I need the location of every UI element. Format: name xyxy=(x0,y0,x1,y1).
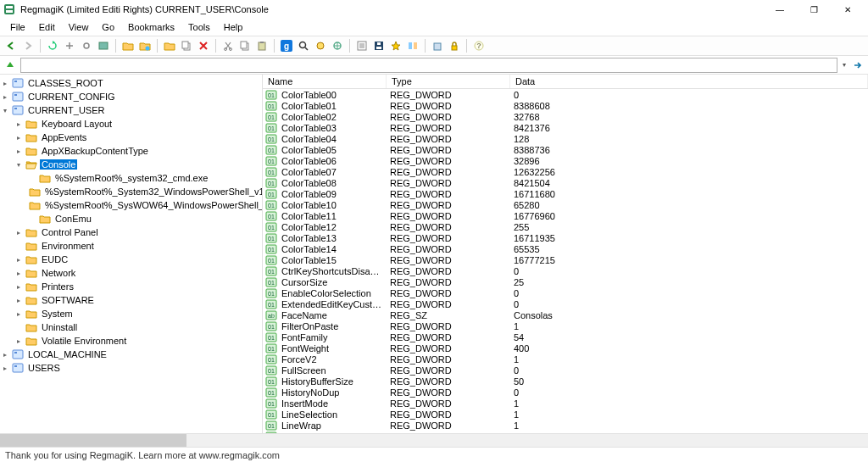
tree-node[interactable]: ▸Volatile Environment xyxy=(14,334,262,348)
expand-icon[interactable]: ▸ xyxy=(0,78,10,88)
tree-node[interactable]: ▸System xyxy=(14,307,262,320)
horizontal-scrollbar[interactable] xyxy=(0,433,868,447)
expand-icon[interactable]: ▸ xyxy=(14,132,24,142)
expand-icon[interactable]: ▸ xyxy=(14,336,24,346)
search-web-button[interactable]: g xyxy=(279,38,294,53)
value-row[interactable]: 01LineSelectionREG_DWORD1 xyxy=(263,409,868,420)
value-row[interactable]: 01ColorTable00REG_DWORD0 xyxy=(263,89,868,100)
expand-icon[interactable]: ▸ xyxy=(14,295,24,305)
expand-icon[interactable]: ▸ xyxy=(0,349,10,359)
value-row[interactable]: 01HistoryNoDupREG_DWORD0 xyxy=(263,387,868,398)
tree-node-label[interactable]: CURRENT_CONFIG xyxy=(26,92,117,102)
export2-button[interactable] xyxy=(354,38,370,53)
copy2-button[interactable] xyxy=(237,38,253,53)
value-row[interactable]: 01ColorTable12REG_DWORD255 xyxy=(263,221,868,232)
tree-node-label[interactable]: Uninstall xyxy=(40,322,79,332)
tree-node[interactable]: Environment xyxy=(14,239,262,253)
value-row[interactable]: 01ColorTable02REG_DWORD32768 xyxy=(263,111,868,122)
settings-button[interactable] xyxy=(79,38,94,53)
value-row[interactable]: 01InsertModeREG_DWORD1 xyxy=(263,398,868,409)
forward-button[interactable] xyxy=(20,38,36,53)
value-row[interactable]: 01HistoryBufferSizeREG_DWORD50 xyxy=(263,376,868,387)
value-row[interactable]: 01ColorTable10REG_DWORD65280 xyxy=(263,199,868,210)
column-name[interactable]: Name xyxy=(263,75,387,88)
menu-bookmarks[interactable]: Bookmarks xyxy=(121,20,181,34)
tree-node-label[interactable]: CURRENT_USER xyxy=(26,105,106,115)
tree-node[interactable]: ▾CURRENT_USER xyxy=(0,103,262,117)
column-data[interactable]: Data xyxy=(510,75,868,88)
tree-node-label[interactable]: Printers xyxy=(40,281,75,292)
tree-node-label[interactable]: Console xyxy=(40,159,77,170)
expand-icon[interactable]: ▸ xyxy=(14,254,24,264)
value-row[interactable]: 01ColorTable13REG_DWORD16711935 xyxy=(263,232,868,243)
expand-icon[interactable]: ▸ xyxy=(14,146,24,156)
tree-node[interactable]: ConEmu xyxy=(27,212,262,225)
value-row[interactable]: 01ForceV2REG_DWORD1 xyxy=(263,353,868,365)
tree-node-label[interactable]: Volatile Environment xyxy=(40,336,128,346)
refresh-button[interactable] xyxy=(45,38,60,53)
value-row[interactable]: abFaceNameREG_SZConsolas xyxy=(263,309,868,320)
value-row[interactable]: 01ColorTable09REG_DWORD16711680 xyxy=(263,188,868,199)
menu-edit[interactable]: Edit xyxy=(32,20,62,34)
tree-node[interactable]: ▸CURRENT_CONFIG xyxy=(0,90,262,103)
expand-icon[interactable]: ▸ xyxy=(14,119,24,129)
value-row[interactable]: 01FontFamilyREG_DWORD54 xyxy=(263,331,868,342)
expand-icon[interactable]: ▸ xyxy=(14,309,24,319)
tree-node[interactable]: ▸SOFTWARE xyxy=(14,293,262,307)
menu-tools[interactable]: Tools xyxy=(181,20,217,34)
tree-node-label[interactable]: System xyxy=(40,309,75,319)
up-button[interactable] xyxy=(3,58,17,72)
expand-icon[interactable]: ▸ xyxy=(14,268,24,278)
tree-node-label[interactable]: SOFTWARE xyxy=(40,295,96,305)
expand-icon[interactable]: ▸ xyxy=(0,92,10,102)
registry-tree[interactable]: ▸CLASSES_ROOT▸CURRENT_CONFIG▾CURRENT_USE… xyxy=(0,76,262,375)
tree-node[interactable]: ▸Network xyxy=(14,266,262,280)
tree-node[interactable]: ▸AppEvents xyxy=(14,131,262,144)
tree-node[interactable]: ▸Control Panel xyxy=(14,225,262,239)
tree-node-label[interactable]: USERS xyxy=(26,363,62,373)
tree-node-label[interactable]: CLASSES_ROOT xyxy=(26,78,105,88)
value-row[interactable]: 01ColorTable04REG_DWORD128 xyxy=(263,133,868,144)
collapse-icon[interactable]: ▾ xyxy=(14,159,24,170)
value-row[interactable]: 01LineWrapREG_DWORD1 xyxy=(263,420,868,431)
go-button[interactable] xyxy=(851,58,865,72)
tree-node-label[interactable]: Control Panel xyxy=(40,227,100,237)
tree-node[interactable]: %SystemRoot%_system32_cmd.exe xyxy=(27,171,262,185)
tree-node[interactable]: ▸EUDC xyxy=(14,253,262,266)
value-row[interactable]: 01ColorTable07REG_DWORD12632256 xyxy=(263,166,868,177)
scrollbar-thumb[interactable] xyxy=(0,434,186,447)
delete-button[interactable] xyxy=(196,38,211,53)
address-dropdown-icon[interactable]: ▾ xyxy=(841,61,848,69)
value-row[interactable]: 01ColorTable03REG_DWORD8421376 xyxy=(263,122,868,133)
tree-node-label[interactable]: Environment xyxy=(40,241,96,251)
value-row[interactable]: 01ColorTable14REG_DWORD65535 xyxy=(263,243,868,254)
tree-node-label[interactable]: Keyboard Layout xyxy=(40,119,114,129)
tree-node-label[interactable]: AppXBackupContentType xyxy=(40,146,150,156)
tree-node[interactable]: ▸AppXBackupContentType xyxy=(14,144,262,158)
list-pane[interactable]: Name Type Data 01ColorTable00REG_DWORD00… xyxy=(263,75,868,433)
maximize-button[interactable]: ❐ xyxy=(797,0,831,19)
find-button[interactable] xyxy=(296,38,311,53)
perm-button[interactable] xyxy=(430,38,445,53)
back-button[interactable] xyxy=(3,38,19,53)
connect-button[interactable] xyxy=(330,38,345,53)
value-row[interactable]: 01ColorTable08REG_DWORD8421504 xyxy=(263,177,868,188)
folder2-button[interactable] xyxy=(137,38,153,53)
value-row[interactable]: 01FilterOnPasteREG_DWORD1 xyxy=(263,320,868,331)
reg-button[interactable] xyxy=(96,38,111,53)
expand-icon[interactable]: ▸ xyxy=(14,281,24,292)
tree-node[interactable]: %SystemRoot%_SysWOW64_WindowsPowerShell_… xyxy=(27,198,262,212)
fav-button[interactable] xyxy=(388,38,403,53)
expand-icon[interactable]: ▸ xyxy=(14,227,24,237)
copy-button[interactable] xyxy=(179,38,194,53)
folder1-button[interactable] xyxy=(120,38,136,53)
lock-button[interactable] xyxy=(447,38,462,53)
tree-node-label[interactable]: %SystemRoot%_System32_WindowsPowerShell_… xyxy=(43,186,263,197)
cut-button[interactable] xyxy=(220,38,236,53)
tree-node[interactable]: ▸USERS xyxy=(0,361,262,375)
tree-node[interactable]: ▸LOCAL_MACHINE xyxy=(0,348,262,361)
value-row[interactable]: 01ColorTable06REG_DWORD32896 xyxy=(263,155,868,166)
expand-icon[interactable]: ▸ xyxy=(0,363,10,373)
menu-file[interactable]: File xyxy=(3,20,32,34)
tree-node-label[interactable]: LOCAL_MACHINE xyxy=(26,349,108,359)
